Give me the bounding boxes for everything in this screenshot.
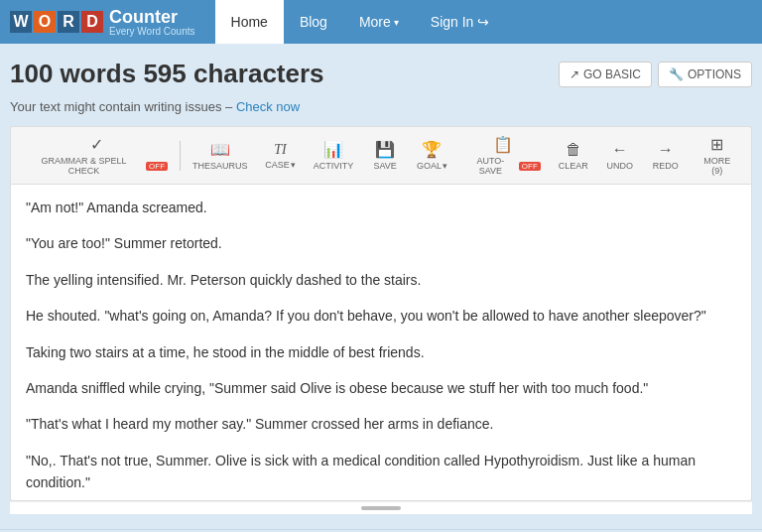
logo-letter-w: W — [10, 11, 32, 33]
clear-label: CLEAR — [559, 161, 588, 171]
check-now-link[interactable]: Check now — [236, 99, 300, 114]
undo-label: UNDO — [606, 161, 633, 171]
book-icon: 📖 — [210, 140, 230, 159]
editor-paragraph: "That's what I heard my mother say." Sum… — [26, 413, 736, 435]
logo-subtitle: Every Word Counts — [109, 26, 195, 37]
logo-word: W O R D — [10, 11, 105, 33]
logo-text-container: Counter Every Word Counts — [109, 7, 195, 37]
header: W O R D Counter Every Word Counts Home B… — [0, 0, 762, 44]
goal-arrow-icon: ▾ — [443, 161, 447, 171]
save-label: SAVE — [373, 161, 396, 171]
clear-button[interactable]: 🗑 CLEAR — [551, 137, 596, 175]
undo-icon: ← — [612, 141, 628, 159]
editor[interactable]: "Am not!" Amanda screamed. "You are too!… — [10, 184, 752, 501]
thesaurus-label: THESAURUS — [192, 161, 248, 171]
trophy-icon: 🏆 — [422, 140, 442, 159]
signin-icon: ↪ — [477, 14, 489, 30]
logo-letter-r: R — [58, 11, 79, 33]
thesaurus-button[interactable]: 📖 THESAURUS — [185, 136, 255, 175]
scroll-bar-hint — [361, 506, 401, 510]
divider — [180, 141, 181, 171]
editor-paragraph: The yelling intensified. Mr. Peterson qu… — [26, 269, 736, 291]
grammar-spell-check-button[interactable]: ✓ GRAMMAR & SPELL CHECK OFF — [17, 131, 176, 180]
logo-counter-text: Counter — [109, 7, 178, 27]
activity-button[interactable]: 📊 ACTIVITY — [306, 136, 361, 175]
auto-save-label: AUTO-SAVE — [465, 156, 516, 176]
undo-button[interactable]: ← UNDO — [598, 137, 642, 175]
case-button[interactable]: TI CASE ▾ — [257, 138, 303, 174]
activity-label: ACTIVITY — [314, 161, 354, 171]
floppy-icon: 💾 — [375, 140, 395, 159]
logo-letter-o: O — [34, 11, 56, 33]
auto-save-off-badge: OFF — [519, 162, 541, 171]
case-label: CASE — [265, 160, 290, 170]
grammar-label: GRAMMAR & SPELL CHECK — [25, 156, 143, 176]
case-icon: TI — [274, 142, 286, 158]
nav-item-blog[interactable]: Blog — [284, 0, 343, 44]
save-button[interactable]: 💾 SAVE — [363, 136, 407, 175]
nav-item-home[interactable]: Home — [215, 0, 284, 44]
page-title: 100 words 595 characters — [10, 59, 324, 89]
bar-chart-icon: 📊 — [323, 140, 343, 159]
warning-text: Your text might contain writing issues – — [10, 99, 232, 114]
options-button[interactable]: 🔧 OPTIONS — [658, 62, 752, 87]
editor-paragraph: Amanda sniffled while crying, "Summer sa… — [26, 377, 736, 399]
toolbar: ✓ GRAMMAR & SPELL CHECK OFF 📖 THESAURUS … — [10, 126, 752, 184]
go-basic-button[interactable]: ↗ GO BASIC — [559, 62, 652, 87]
scroll-indicator — [10, 501, 752, 514]
checkmark-icon: ✓ — [90, 135, 103, 154]
editor-paragraph: "Am not!" Amanda screamed. — [26, 197, 736, 218]
goal-label: GOAL — [417, 161, 442, 171]
warning-row: Your text might contain writing issues –… — [10, 99, 752, 114]
main-wrapper: 100 words 595 characters ↗ GO BASIC 🔧 OP… — [0, 44, 762, 529]
case-arrow-icon: ▾ — [291, 160, 296, 170]
nav-item-signin[interactable]: Sign In ↪ — [415, 0, 506, 44]
editor-paragraph: Taking two stairs at a time, he stood in… — [26, 341, 736, 363]
wrench-icon: 🔧 — [669, 67, 684, 81]
nav-item-more[interactable]: More ▾ — [343, 0, 415, 44]
redo-icon: → — [658, 141, 674, 159]
redo-label: REDO — [653, 161, 679, 171]
redo-button[interactable]: → REDO — [644, 137, 688, 175]
more-chevron-icon: ▾ — [394, 17, 399, 28]
stats-row: 100 words 595 characters ↗ GO BASIC 🔧 OP… — [10, 59, 752, 89]
grid-icon: ⊞ — [710, 135, 723, 154]
trash-icon: 🗑 — [566, 141, 581, 159]
editor-paragraph: "No,. That's not true, Summer. Olive is … — [26, 450, 736, 494]
grammar-off-badge: OFF — [146, 162, 168, 171]
more-label: MORE (9) — [698, 156, 737, 176]
auto-save-button[interactable]: 📋 AUTO-SAVE OFF — [457, 131, 549, 180]
logo-letter-d: D — [81, 11, 103, 33]
editor-paragraph: "You are too!" Summer retorted. — [26, 232, 736, 254]
editor-paragraph: He shouted. "what's going on, Amanda? If… — [26, 305, 736, 327]
options-row: ↗ GO BASIC 🔧 OPTIONS — [559, 62, 752, 87]
auto-save-icon: 📋 — [493, 135, 513, 154]
goal-button[interactable]: 🏆 GOAL ▾ — [409, 136, 455, 175]
more-button[interactable]: ⊞ MORE (9) — [690, 131, 745, 180]
logo-area: W O R D Counter Every Word Counts — [0, 0, 205, 44]
main-nav: Home Blog More ▾ Sign In ↪ — [215, 0, 506, 44]
external-link-icon: ↗ — [570, 67, 579, 81]
